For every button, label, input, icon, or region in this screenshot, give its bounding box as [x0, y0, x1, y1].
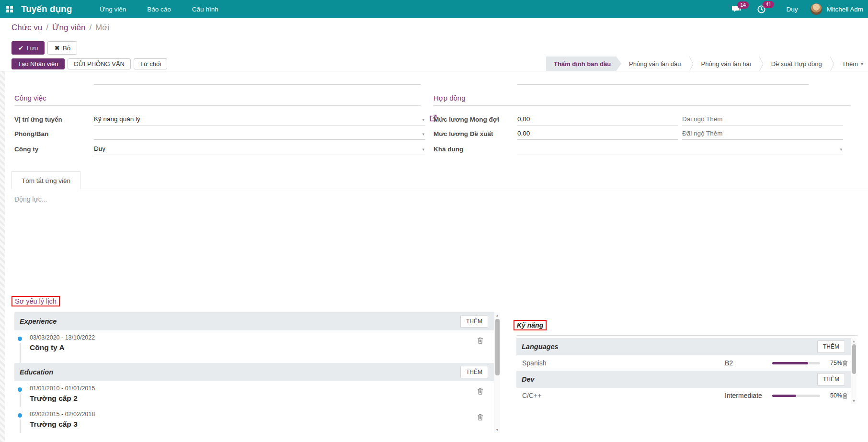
skills-divider — [516, 335, 857, 336]
chevron-down-icon: ▾ — [422, 147, 424, 152]
stage-first-interview[interactable]: Phỏng vấn lần đầu — [621, 57, 688, 71]
add-education-button[interactable]: THÊM — [460, 366, 488, 378]
scroll-up-icon[interactable]: ▲ — [851, 340, 857, 343]
add-experience-button[interactable]: THÊM — [460, 315, 488, 328]
field-label-department: Phòng/Ban — [14, 130, 48, 137]
check-icon: ✔ — [18, 44, 23, 52]
scroll-down-icon[interactable]: ▼ — [494, 428, 500, 431]
save-button[interactable]: ✔ Lưu — [11, 41, 45, 55]
breadcrumb-applicants[interactable]: Ứng viên — [52, 23, 85, 33]
timeline-dot — [18, 337, 22, 341]
breadcrumb-positions[interactable]: Chức vụ — [11, 23, 42, 33]
field-label-company: Công ty — [14, 146, 38, 153]
app-window: Tuyển dụng Ứng viên Báo cáo Cấu hình 14 … — [0, 0, 868, 442]
breadcrumb: Chức vụ / Ứng viên / Mới — [11, 23, 109, 33]
chevron-down-icon: ▾ — [422, 132, 424, 136]
sheet-edge-stripes — [0, 71, 5, 442]
close-icon: ✖ — [54, 44, 59, 52]
section-title-job: Công việc — [14, 94, 421, 106]
messages-icon[interactable]: 14 — [731, 5, 742, 13]
activities-icon[interactable]: 41 — [757, 5, 766, 14]
tab-application-summary[interactable]: Tóm tắt ứng viên — [11, 171, 80, 189]
proposed-salary-extra-field[interactable] — [682, 127, 843, 140]
scroll-up-icon[interactable]: ▲ — [494, 314, 500, 317]
stage-initial-qualification[interactable]: Thẩm định ban đầu — [546, 57, 621, 71]
add-language-skill-button[interactable]: THÊM — [817, 340, 845, 353]
skill-row[interactable]: C/C++ Intermediate 50% — [516, 388, 851, 403]
clipped-field-line — [94, 84, 421, 85]
add-dev-skill-button[interactable]: THÊM — [817, 373, 845, 385]
skill-row[interactable]: Spanish B2 75% — [516, 355, 851, 371]
scrollbar-thumb[interactable] — [495, 319, 500, 375]
skills-group-languages: Languages THÊM — [516, 338, 851, 355]
timeline-dot — [18, 387, 22, 392]
skills-panel: Languages THÊM Spanish B2 75% Dev THÊM C… — [516, 338, 857, 404]
menu-reporting[interactable]: Báo cáo — [137, 0, 182, 18]
application-summary-input[interactable]: Động lực... — [14, 195, 47, 203]
breadcrumb-current: Mới — [95, 23, 109, 33]
skills-scrollbar[interactable]: ▲ ▼ — [851, 338, 857, 404]
expected-salary-field[interactable] — [517, 113, 678, 125]
availability-field[interactable]: ▾ — [517, 143, 843, 155]
trash-icon[interactable] — [477, 337, 483, 346]
skills-group-dev: Dev THÊM — [516, 371, 851, 388]
stage-separator — [830, 57, 834, 71]
company-switcher[interactable]: Duy — [774, 6, 810, 13]
applied-job-field[interactable]: Kỹ năng quản lý ▾ — [94, 113, 425, 125]
field-label-proposed-salary: Mức lương Đề xuất — [434, 130, 493, 137]
messages-badge: 14 — [737, 1, 749, 9]
top-navbar: Tuyển dụng Ứng viên Báo cáo Cấu hình 14 … — [0, 0, 868, 18]
resume-entry[interactable]: 02/02/2015 - 02/02/2018 Trường cấp 3 — [14, 407, 494, 433]
app-title[interactable]: Tuyển dụng — [21, 4, 72, 14]
resume-entry[interactable]: 03/03/2020 - 13/10/2022 Công ty A — [14, 330, 494, 363]
field-label-applied-job: Vị trí ứng tuyển — [14, 116, 62, 123]
trash-icon[interactable] — [477, 388, 483, 397]
department-field[interactable]: ▾ — [94, 127, 425, 140]
apps-menu-icon[interactable] — [6, 5, 13, 13]
discard-button[interactable]: ✖ Bỏ — [47, 41, 77, 55]
trash-icon[interactable] — [477, 414, 483, 422]
proposed-salary-field[interactable] — [517, 127, 678, 140]
notebook-divider — [11, 189, 868, 189]
resume-group-education: Education THÊM — [14, 363, 494, 381]
section-title-contract: Hợp đồng — [434, 94, 850, 106]
field-label-expected-salary: Mức lương Mong đợi — [434, 116, 499, 123]
skill-progress-bar[interactable] — [772, 395, 820, 397]
chevron-down-icon: ▾ — [422, 117, 424, 122]
activities-badge: 41 — [763, 1, 774, 8]
resume-scrollbar[interactable]: ▲ ▼ — [494, 312, 500, 433]
clipped-field-line — [517, 84, 809, 85]
navbar-systray: 14 41 Duy Mitchell Adm — [724, 0, 863, 18]
menu-applicants[interactable]: Ứng viên — [89, 0, 137, 18]
breadcrumb-separator: / — [89, 23, 91, 33]
resume-entry[interactable]: 01/01/2010 - 01/01/2015 Trường cấp 2 — [14, 381, 494, 407]
create-employee-button[interactable]: Tạo Nhân viên — [11, 58, 65, 69]
company-field[interactable]: Duy ▾ — [94, 143, 425, 155]
breadcrumb-separator: / — [46, 23, 48, 33]
expected-salary-extra-field[interactable] — [682, 113, 843, 125]
statusbar-buttons: Tạo Nhân viên GỬI PHỎNG VẤN Từ chối — [11, 58, 167, 69]
stage-contract-proposal[interactable]: Đề xuất Hợp đồng — [764, 57, 830, 71]
send-interview-button[interactable]: GỬI PHỎNG VẤN — [68, 58, 131, 69]
refuse-button[interactable]: Từ chối — [134, 58, 167, 69]
user-menu[interactable]: Mitchell Adm — [826, 6, 863, 13]
user-avatar[interactable] — [810, 3, 822, 15]
chevron-down-icon: ▾ — [861, 61, 863, 67]
scrollbar-thumb[interactable] — [852, 344, 856, 374]
trash-icon[interactable] — [842, 392, 848, 401]
statusbar: Tạo Nhân viên GỬI PHỎNG VẤN Từ chối Thẩm… — [0, 57, 868, 71]
menu-configuration[interactable]: Cấu hình — [182, 0, 229, 18]
trash-icon[interactable] — [842, 360, 848, 368]
stage-separator — [759, 57, 764, 71]
stage-more-dropdown[interactable]: Thêm ▾ — [834, 57, 868, 71]
skill-progress-bar[interactable] — [772, 362, 820, 364]
resume-section-title: Sơ yếu lý lịch — [11, 296, 60, 306]
timeline-line — [20, 343, 21, 363]
timeline-line — [20, 394, 21, 407]
stage-second-interview[interactable]: Phỏng vấn lần hai — [694, 57, 759, 71]
timeline-line — [20, 419, 21, 433]
skills-section-title: Kỹ năng — [514, 320, 547, 330]
stage-pipeline: Thẩm định ban đầu Phỏng vấn lần đầu Phỏn… — [546, 57, 868, 71]
chevron-down-icon: ▾ — [840, 147, 842, 152]
scroll-down-icon[interactable]: ▼ — [851, 399, 857, 403]
